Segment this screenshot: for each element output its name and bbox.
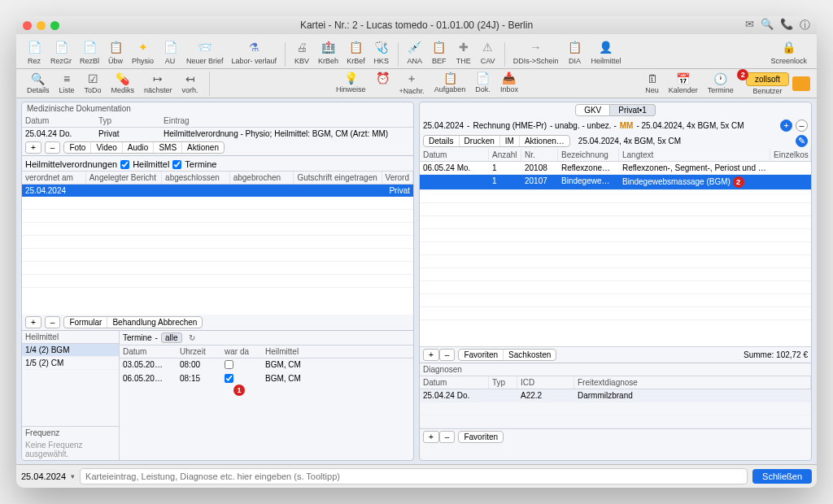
tab-gkv[interactable]: GKV — [575, 104, 610, 116]
t2-Termine[interactable]: 🕐2Termine — [704, 72, 738, 95]
heilmittel-item[interactable]: 1/5 (2) CM — [22, 357, 119, 370]
sum-label: Summe: 102,72 € — [744, 350, 808, 359]
t2-Inbox[interactable]: 📥Inbox — [496, 71, 522, 96]
search-icon[interactable]: 🔍 — [761, 18, 774, 33]
toolbar-ddis-schein[interactable]: →DDIs->Schein — [510, 37, 562, 67]
seg-im[interactable]: IM — [500, 136, 520, 146]
orders-row-selected[interactable]: 25.04.2024 Privat — [22, 185, 413, 197]
toolbar-krbeh[interactable]: 🏥KrBeh — [315, 37, 342, 67]
termine-alle-button[interactable]: alle — [161, 332, 182, 343]
diag-row[interactable]: 25.04.24 Do. A22.2 Darmmilzbrand — [420, 389, 811, 402]
toolbar-hks[interactable]: 🩺HKS — [370, 37, 393, 67]
remove-diag-button[interactable]: – — [439, 431, 456, 443]
warda-checkbox[interactable] — [225, 374, 233, 383]
termine-checkbox[interactable] — [172, 160, 181, 169]
refresh-icon[interactable]: ↻ — [189, 333, 195, 342]
billing-grid: Datum Anzahl Nr. Bezeichnung Langtext Ei… — [420, 149, 811, 346]
minimize-icon[interactable] — [37, 21, 46, 30]
remove-button[interactable]: – — [45, 141, 61, 154]
mail-icon[interactable]: ✉ — [745, 18, 754, 33]
seg-foto[interactable]: Foto — [64, 142, 91, 153]
toolbar-ana[interactable]: 💉ANA — [403, 37, 426, 67]
add-order-button[interactable]: + — [25, 316, 41, 328]
heilmittel-checkbox[interactable] — [120, 160, 129, 169]
termine-pane: Termine - alle ↻ Datum Uhrzeit war da He… — [120, 331, 413, 460]
add-invoice-button[interactable]: + — [780, 119, 792, 132]
orders-title: Heilmittelverordnungen — [25, 159, 117, 169]
diag-fav-tab[interactable]: Favoriten — [459, 432, 503, 442]
info-icon[interactable]: ⓘ — [800, 18, 810, 33]
t2-ToDo[interactable]: ☑ToDo — [81, 72, 106, 95]
toolbar-krbef[interactable]: 📋KrBef — [343, 37, 369, 67]
close-button[interactable]: Schließen — [752, 469, 812, 484]
billing-row[interactable]: 120107Bindegewe…Bindegewebsmassage (BGM)… — [420, 175, 811, 190]
seg-aktionen-[interactable]: Aktionen… — [520, 136, 569, 146]
seg-behandlung-abbrechen[interactable]: Behandlung Abbrechen — [107, 317, 202, 328]
add-button[interactable]: + — [25, 141, 41, 154]
toolbar-heilmittel[interactable]: 👤Heilmittel — [587, 37, 624, 67]
toolbar-rezbl[interactable]: 📄RezBl — [76, 37, 102, 67]
toolbar-labor-verlauf[interactable]: ⚗Labor- verlauf — [229, 37, 281, 67]
remove-invoice-button[interactable]: – — [796, 119, 808, 132]
toolbar-the[interactable]: ✚THE — [452, 37, 475, 67]
t2-Kalender[interactable]: 📅Kalender — [665, 72, 702, 95]
insurance-tabs: GKV Privat•1 — [420, 102, 811, 118]
seg-video[interactable]: Video — [91, 142, 122, 153]
toolbar-au[interactable]: 📄AU — [159, 37, 181, 67]
footer-date: 25.04.2024 — [21, 471, 66, 481]
diag-title: Diagnosen — [420, 363, 811, 376]
phone-icon[interactable]: 📞 — [780, 18, 793, 33]
seg-audio[interactable]: Audio — [123, 142, 155, 153]
t2-vorh.[interactable]: ↤vorh. — [178, 72, 203, 95]
toolbar-bef[interactable]: 📋BEF — [428, 37, 451, 67]
toolbar-screenlock[interactable]: 🔒Screenlock — [767, 37, 810, 67]
edit-icon[interactable]: ✎ — [796, 135, 808, 147]
doc-entry-row[interactable]: 25.04.24 Do. Privat Heilmittelverordnung… — [22, 128, 413, 140]
t2-Details[interactable]: 🔍Details — [23, 72, 54, 95]
t2-⏰[interactable]: ⏰ — [372, 71, 394, 96]
toolbar-kbv[interactable]: 🖨KBV — [290, 37, 313, 67]
freq-empty: Keine Frequenz ausgewählt. — [22, 439, 119, 460]
close-icon[interactable] — [23, 21, 32, 30]
termine-row[interactable]: 06.05.20…08:15BGM, CM — [120, 372, 413, 386]
seg-sms[interactable]: SMS — [154, 142, 182, 153]
sach-tab[interactable]: Sachkosten — [504, 350, 556, 360]
toolbar-rez[interactable]: 📄Rez — [23, 37, 46, 67]
t2-Aufgaben[interactable]: 📋Aufgaben — [430, 71, 470, 96]
t2-Neu[interactable]: 🗓Neu — [641, 72, 663, 95]
add-billing-button[interactable]: + — [423, 349, 439, 361]
seg-formular[interactable]: Formular — [64, 317, 107, 328]
zoom-icon[interactable] — [50, 21, 59, 30]
seg-aktionen[interactable]: Aktionen — [182, 142, 224, 153]
dropdown-icon[interactable]: ▾ — [71, 472, 75, 480]
billing-row[interactable]: 06.05.24 Mo.120108Reflexzone…Reflexzonen… — [420, 162, 811, 175]
toolbar--bw[interactable]: 📋Übw — [104, 37, 127, 67]
badge-2-icon: 2 — [733, 176, 744, 188]
toolbar-neuer-brief[interactable]: 📨Neuer Brief — [183, 37, 227, 67]
remove-billing-button[interactable]: – — [439, 349, 456, 361]
fav-tab[interactable]: Favoriten — [459, 350, 504, 360]
t2-Dok.[interactable]: 📄Dok. — [471, 71, 495, 96]
orders-filter-row: Heilmittelverordnungen Heilmittel Termin… — [22, 155, 413, 171]
orange-indicator-icon[interactable] — [792, 76, 810, 91]
t2-Mediks[interactable]: 💊Mediks — [107, 72, 139, 95]
termine-row[interactable]: 03.05.20…08:00BGM, CM — [120, 358, 413, 372]
remove-order-button[interactable]: – — [45, 316, 61, 328]
seg-details[interactable]: Details — [424, 136, 460, 146]
toolbar-physio[interactable]: ✦Physio — [129, 37, 157, 67]
user-button[interactable]: zollsoft — [746, 72, 789, 86]
entry-input[interactable] — [80, 468, 748, 484]
t2-Hinweise[interactable]: 💡Hinweise — [332, 71, 370, 96]
t2-nächster[interactable]: ↦nächster — [140, 72, 177, 95]
warda-checkbox[interactable] — [225, 360, 233, 369]
seg-drucken[interactable]: Drucken — [460, 136, 500, 146]
tab-privat[interactable]: Privat•1 — [610, 104, 656, 116]
t2-Liste[interactable]: ≡Liste — [55, 72, 79, 95]
toolbar-rezgr[interactable]: 📄RezGr — [47, 37, 75, 67]
heilmittel-item[interactable]: 1/4 (2) BGM — [22, 344, 119, 357]
toolbar-cav[interactable]: ⚠CAV — [477, 37, 499, 67]
main-body: Medizinische Dokumentation Datum Typ Ein… — [16, 98, 817, 464]
add-diag-button[interactable]: + — [423, 431, 439, 443]
toolbar-dia[interactable]: 📋DIA — [563, 37, 586, 67]
t2-+Nachr.[interactable]: ＋+Nachr. — [395, 71, 429, 96]
